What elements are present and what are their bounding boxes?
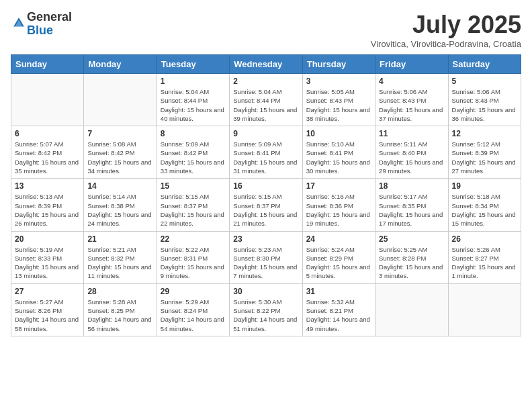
table-row: 23Sunrise: 5:23 AM Sunset: 8:30 PM Dayli…: [230, 231, 302, 283]
table-row: 8Sunrise: 5:09 AM Sunset: 8:42 PM Daylig…: [157, 126, 229, 179]
table-row: 26Sunrise: 5:26 AM Sunset: 8:27 PM Dayli…: [448, 231, 521, 283]
logo: General Blue: [11, 11, 72, 38]
calendar-header-row: Sunday Monday Tuesday Wednesday Thursday…: [11, 55, 521, 74]
day-info: Sunrise: 5:11 AM Sunset: 8:40 PM Dayligh…: [379, 140, 444, 175]
table-row: 29Sunrise: 5:29 AM Sunset: 8:24 PM Dayli…: [157, 283, 229, 336]
day-info: Sunrise: 5:09 AM Sunset: 8:41 PM Dayligh…: [233, 140, 298, 175]
day-number: 18: [379, 181, 444, 191]
day-info: Sunrise: 5:15 AM Sunset: 8:37 PM Dayligh…: [233, 192, 298, 228]
day-info: Sunrise: 5:04 AM Sunset: 8:44 PM Dayligh…: [161, 87, 226, 123]
table-row: 27Sunrise: 5:27 AM Sunset: 8:26 PM Dayli…: [11, 283, 84, 336]
table-row: [11, 74, 84, 126]
table-row: [84, 74, 157, 126]
day-info: Sunrise: 5:06 AM Sunset: 8:43 PM Dayligh…: [452, 87, 517, 123]
table-row: 15Sunrise: 5:15 AM Sunset: 8:37 PM Dayli…: [157, 179, 229, 231]
day-number: 14: [87, 181, 152, 191]
table-row: 30Sunrise: 5:30 AM Sunset: 8:22 PM Dayli…: [230, 283, 302, 336]
header-sunday: Sunday: [11, 55, 84, 74]
table-row: 2Sunrise: 5:04 AM Sunset: 8:44 PM Daylig…: [230, 74, 302, 126]
day-number: 20: [15, 234, 80, 244]
table-row: 16Sunrise: 5:15 AM Sunset: 8:37 PM Dayli…: [230, 179, 302, 231]
table-row: [375, 283, 448, 336]
logo-general-text: General: [27, 11, 72, 24]
calendar-week-1: 1Sunrise: 5:04 AM Sunset: 8:44 PM Daylig…: [11, 74, 521, 126]
day-info: Sunrise: 5:32 AM Sunset: 8:21 PM Dayligh…: [306, 298, 371, 333]
day-number: 24: [306, 234, 371, 244]
table-row: 24Sunrise: 5:24 AM Sunset: 8:29 PM Dayli…: [302, 231, 375, 283]
day-number: 2: [233, 77, 298, 86]
table-row: 20Sunrise: 5:19 AM Sunset: 8:33 PM Dayli…: [11, 231, 84, 283]
table-row: 22Sunrise: 5:22 AM Sunset: 8:31 PM Dayli…: [157, 231, 229, 283]
table-row: 7Sunrise: 5:08 AM Sunset: 8:42 PM Daylig…: [84, 126, 157, 179]
table-row: 31Sunrise: 5:32 AM Sunset: 8:21 PM Dayli…: [302, 283, 375, 336]
day-number: 15: [161, 181, 226, 191]
day-info: Sunrise: 5:10 AM Sunset: 8:41 PM Dayligh…: [306, 140, 371, 175]
day-number: 10: [306, 129, 371, 138]
table-row: 3Sunrise: 5:05 AM Sunset: 8:43 PM Daylig…: [302, 74, 375, 126]
day-number: 22: [161, 234, 226, 244]
day-number: 9: [233, 129, 298, 138]
logo-icon: [12, 16, 26, 30]
day-number: 1: [161, 77, 226, 86]
title-area: July 2025 Virovitica, Virovitica-Podravi…: [371, 11, 521, 49]
header-friday: Friday: [375, 55, 448, 74]
table-row: 1Sunrise: 5:04 AM Sunset: 8:44 PM Daylig…: [157, 74, 229, 126]
day-info: Sunrise: 5:22 AM Sunset: 8:31 PM Dayligh…: [161, 245, 226, 281]
table-row: 19Sunrise: 5:18 AM Sunset: 8:34 PM Dayli…: [448, 179, 521, 231]
day-number: 27: [15, 287, 80, 296]
calendar-table: Sunday Monday Tuesday Wednesday Thursday…: [11, 54, 521, 336]
day-info: Sunrise: 5:12 AM Sunset: 8:39 PM Dayligh…: [452, 140, 517, 175]
header-tuesday: Tuesday: [157, 55, 229, 74]
day-number: 30: [233, 287, 298, 296]
calendar-week-4: 20Sunrise: 5:19 AM Sunset: 8:33 PM Dayli…: [11, 231, 521, 283]
table-row: 5Sunrise: 5:06 AM Sunset: 8:43 PM Daylig…: [448, 74, 521, 126]
day-number: 28: [87, 287, 152, 296]
day-number: 12: [452, 129, 517, 138]
day-number: 19: [452, 181, 517, 191]
day-number: 25: [379, 234, 444, 244]
day-info: Sunrise: 5:28 AM Sunset: 8:25 PM Dayligh…: [87, 298, 152, 333]
day-info: Sunrise: 5:15 AM Sunset: 8:37 PM Dayligh…: [161, 192, 226, 228]
day-number: 11: [379, 129, 444, 138]
calendar-week-3: 13Sunrise: 5:13 AM Sunset: 8:39 PM Dayli…: [11, 179, 521, 231]
day-info: Sunrise: 5:23 AM Sunset: 8:30 PM Dayligh…: [233, 245, 298, 281]
table-row: 12Sunrise: 5:12 AM Sunset: 8:39 PM Dayli…: [448, 126, 521, 179]
table-row: 9Sunrise: 5:09 AM Sunset: 8:41 PM Daylig…: [230, 126, 302, 179]
header-wednesday: Wednesday: [230, 55, 302, 74]
table-row: 28Sunrise: 5:28 AM Sunset: 8:25 PM Dayli…: [84, 283, 157, 336]
day-number: 29: [161, 287, 226, 296]
day-info: Sunrise: 5:08 AM Sunset: 8:42 PM Dayligh…: [87, 140, 152, 175]
day-number: 17: [306, 181, 371, 191]
day-info: Sunrise: 5:30 AM Sunset: 8:22 PM Dayligh…: [233, 298, 298, 333]
day-number: 21: [87, 234, 152, 244]
day-number: 31: [306, 287, 371, 296]
day-info: Sunrise: 5:24 AM Sunset: 8:29 PM Dayligh…: [306, 245, 371, 281]
day-number: 23: [233, 234, 298, 244]
day-info: Sunrise: 5:13 AM Sunset: 8:39 PM Dayligh…: [15, 192, 80, 228]
table-row: 11Sunrise: 5:11 AM Sunset: 8:40 PM Dayli…: [375, 126, 448, 179]
day-info: Sunrise: 5:19 AM Sunset: 8:33 PM Dayligh…: [15, 245, 80, 281]
day-info: Sunrise: 5:17 AM Sunset: 8:35 PM Dayligh…: [379, 192, 444, 228]
day-number: 8: [161, 129, 226, 138]
table-row: 6Sunrise: 5:07 AM Sunset: 8:42 PM Daylig…: [11, 126, 84, 179]
day-info: Sunrise: 5:06 AM Sunset: 8:43 PM Dayligh…: [379, 87, 444, 123]
day-number: 6: [15, 129, 80, 138]
month-title: July 2025: [371, 11, 521, 39]
header-monday: Monday: [84, 55, 157, 74]
day-info: Sunrise: 5:07 AM Sunset: 8:42 PM Dayligh…: [15, 140, 80, 175]
day-info: Sunrise: 5:05 AM Sunset: 8:43 PM Dayligh…: [306, 87, 371, 123]
header-thursday: Thursday: [302, 55, 375, 74]
table-row: 18Sunrise: 5:17 AM Sunset: 8:35 PM Dayli…: [375, 179, 448, 231]
day-number: 16: [233, 181, 298, 191]
table-row: 17Sunrise: 5:16 AM Sunset: 8:36 PM Dayli…: [302, 179, 375, 231]
header-saturday: Saturday: [448, 55, 521, 74]
calendar-week-2: 6Sunrise: 5:07 AM Sunset: 8:42 PM Daylig…: [11, 126, 521, 179]
logo-blue-text: Blue: [27, 24, 72, 38]
day-info: Sunrise: 5:29 AM Sunset: 8:24 PM Dayligh…: [161, 298, 226, 333]
day-number: 7: [87, 129, 152, 138]
day-number: 3: [306, 77, 371, 86]
day-number: 26: [452, 234, 517, 244]
day-number: 4: [379, 77, 444, 86]
header: General Blue July 2025 Virovitica, Virov…: [11, 11, 521, 49]
day-number: 5: [452, 77, 517, 86]
